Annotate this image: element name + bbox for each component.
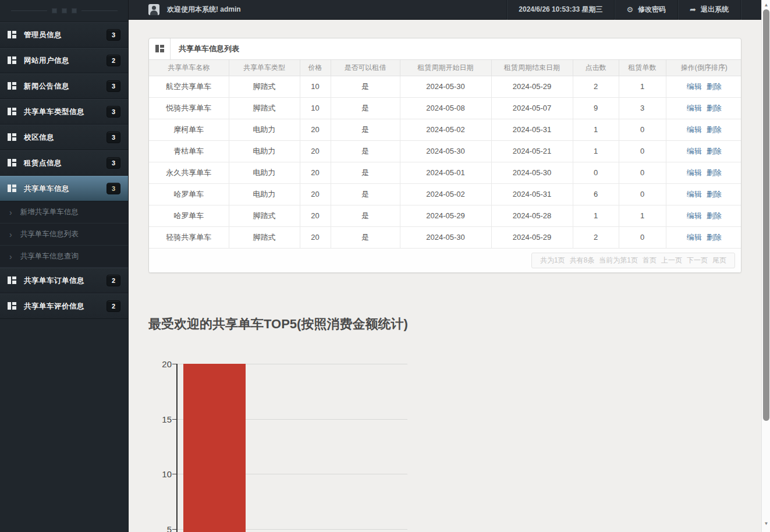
sidebar-item-campus[interactable]: 校区信息 3 bbox=[0, 125, 128, 150]
cell-price: 20 bbox=[300, 162, 331, 183]
cell-rentable: 是 bbox=[331, 119, 400, 140]
panel-grid-icon bbox=[155, 45, 164, 53]
submenu-item-bike-search[interactable]: › 共享单车信息查询 bbox=[0, 246, 128, 268]
decoration-line bbox=[11, 10, 47, 11]
decoration-line bbox=[81, 10, 118, 11]
col-header-actions: 操作(倒序排序) bbox=[666, 60, 741, 76]
cell-price: 20 bbox=[300, 226, 331, 248]
delete-link[interactable]: 删除 bbox=[707, 190, 722, 198]
panel-title: 共享单车信息列表 bbox=[179, 44, 239, 54]
count-badge: 3 bbox=[107, 183, 120, 194]
table-row: 哈罗单车 脚踏式 20 是 2024-05-29 2024-05-28 1 1 … bbox=[149, 205, 741, 226]
cell-name: 哈罗单车 bbox=[149, 205, 229, 226]
edit-link[interactable]: 编辑 bbox=[687, 168, 702, 177]
bike-table: 共享单车名称 共享单车类型 价格 是否可以租借 租赁周期开始日期 租赁周期结束日… bbox=[149, 60, 741, 249]
menu-grid-icon bbox=[8, 31, 16, 39]
cell-rentable: 是 bbox=[331, 183, 400, 205]
scroll-up-arrow-icon[interactable]: ▲ bbox=[762, 1, 770, 9]
pagination-current-page: 当前为第1页 bbox=[599, 256, 638, 265]
table-header-row: 共享单车名称 共享单车类型 价格 是否可以租借 租赁周期开始日期 租赁周期结束日… bbox=[149, 60, 741, 76]
col-header-price: 价格 bbox=[300, 60, 331, 76]
panel-header: 共享单车信息列表 bbox=[149, 38, 741, 60]
cell-type: 电助力 bbox=[229, 119, 300, 140]
vertical-scrollbar[interactable]: ▲ ▼ bbox=[761, 0, 770, 532]
cell-start-date: 2024-05-29 bbox=[400, 205, 491, 226]
menu-grid-icon bbox=[8, 133, 16, 141]
user-avatar-icon bbox=[148, 4, 159, 15]
count-badge: 3 bbox=[107, 132, 120, 143]
submenu-item-bike-list[interactable]: › 共享单车信息列表 bbox=[0, 224, 128, 246]
edit-link[interactable]: 编辑 bbox=[687, 82, 702, 91]
delete-link[interactable]: 删除 bbox=[707, 168, 722, 177]
count-badge: 3 bbox=[107, 157, 120, 169]
submenu-item-add-bike[interactable]: › 新增共享单车信息 bbox=[0, 201, 128, 224]
edit-link[interactable]: 编辑 bbox=[687, 125, 702, 134]
sidebar-item-bike-types[interactable]: 共享单车类型信息 3 bbox=[0, 99, 128, 125]
count-badge: 2 bbox=[107, 275, 120, 286]
sidebar-item-label: 共享单车信息 bbox=[24, 184, 107, 194]
cell-start-date: 2024-05-30 bbox=[400, 76, 491, 97]
cell-orders: 0 bbox=[619, 162, 666, 183]
cell-rentable: 是 bbox=[331, 140, 400, 162]
cell-start-date: 2024-05-08 bbox=[400, 97, 491, 119]
delete-link[interactable]: 删除 bbox=[707, 211, 722, 220]
delete-link[interactable]: 删除 bbox=[707, 125, 722, 134]
cell-price: 10 bbox=[300, 76, 331, 97]
y-axis-line bbox=[176, 364, 178, 532]
y-tick-label: 5 bbox=[148, 524, 172, 532]
sidebar-item-rental-points[interactable]: 租赁点信息 3 bbox=[0, 150, 128, 176]
cell-clicks: 2 bbox=[573, 76, 619, 97]
cell-rentable: 是 bbox=[331, 97, 400, 119]
sidebar-item-site-users[interactable]: 网站用户信息 2 bbox=[0, 48, 128, 73]
pagination-first-link[interactable]: 首页 bbox=[643, 256, 657, 265]
menu-grid-icon bbox=[8, 108, 16, 116]
menu-grid-icon bbox=[8, 82, 16, 90]
y-tick-mark bbox=[172, 474, 176, 474]
menu-grid-icon bbox=[8, 159, 16, 167]
sidebar-item-bike-orders[interactable]: 共享单车订单信息 2 bbox=[0, 268, 128, 293]
sidebar-item-bike-reviews[interactable]: 共享单车评价信息 2 bbox=[0, 293, 128, 319]
cell-type: 电助力 bbox=[229, 140, 300, 162]
cell-orders: 1 bbox=[619, 205, 666, 226]
scroll-down-arrow-icon[interactable]: ▼ bbox=[762, 520, 770, 528]
pagination-total-pages: 共为1页 bbox=[540, 256, 565, 265]
scrollbar-thumb[interactable] bbox=[763, 9, 769, 421]
delete-link[interactable]: 删除 bbox=[707, 82, 722, 91]
edit-link[interactable]: 编辑 bbox=[687, 190, 702, 198]
cell-end-date: 2024-05-29 bbox=[491, 226, 573, 248]
menu-grid-icon bbox=[8, 302, 16, 310]
gear-icon: ⚙ bbox=[626, 5, 633, 14]
pagination-prev-link[interactable]: 上一页 bbox=[661, 256, 682, 265]
cell-clicks: 0 bbox=[573, 162, 619, 183]
sidebar-item-label: 共享单车订单信息 bbox=[24, 276, 107, 286]
edit-link[interactable]: 编辑 bbox=[687, 104, 702, 112]
table-row: 哈罗单车 电助力 20 是 2024-05-02 2024-05-31 6 0 … bbox=[149, 183, 741, 205]
sidebar-item-admin-info[interactable]: 管理员信息 3 bbox=[0, 22, 128, 48]
edit-link[interactable]: 编辑 bbox=[687, 147, 702, 155]
submenu-item-label: 共享单车信息列表 bbox=[20, 229, 79, 239]
pagination-next-link[interactable]: 下一页 bbox=[687, 256, 708, 265]
edit-link[interactable]: 编辑 bbox=[687, 211, 702, 220]
cell-rentable: 是 bbox=[331, 162, 400, 183]
cell-price: 20 bbox=[300, 119, 331, 140]
delete-link[interactable]: 删除 bbox=[707, 104, 722, 112]
sidebar-item-label: 新闻公告信息 bbox=[24, 81, 107, 91]
cell-clicks: 2 bbox=[573, 226, 619, 248]
cell-type: 脚踏式 bbox=[229, 205, 300, 226]
logout-button[interactable]: ➦ 退出系统 bbox=[677, 0, 740, 20]
pagination-last-link[interactable]: 尾页 bbox=[712, 256, 726, 265]
delete-link[interactable]: 删除 bbox=[707, 147, 722, 155]
bar-segment bbox=[183, 364, 246, 532]
edit-link[interactable]: 编辑 bbox=[687, 233, 702, 242]
sidebar-item-news[interactable]: 新闻公告信息 3 bbox=[0, 73, 128, 99]
sidebar-item-bike-info[interactable]: 共享单车信息 3 bbox=[0, 176, 128, 201]
change-password-button[interactable]: ⚙ 修改密码 bbox=[614, 0, 677, 20]
top5-bar-chart: 2015105 bbox=[148, 364, 567, 532]
panel-footer: 共为1页 共有8条 当前为第1页 首页 上一页 下一页 尾页 bbox=[149, 249, 741, 272]
delete-link[interactable]: 删除 bbox=[707, 233, 722, 242]
y-tick-label: 15 bbox=[148, 414, 172, 424]
cell-start-date: 2024-05-02 bbox=[400, 119, 491, 140]
cell-clicks: 9 bbox=[573, 97, 619, 119]
count-badge: 3 bbox=[107, 80, 120, 92]
pagination-total-records: 共有8条 bbox=[570, 256, 595, 265]
